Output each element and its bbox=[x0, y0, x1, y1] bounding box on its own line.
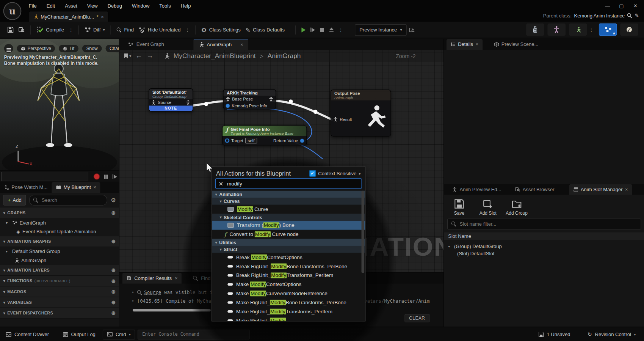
category-skeletal-controls[interactable]: ▾Skeletal Controls bbox=[212, 214, 365, 220]
minimize-icon[interactable]: — bbox=[600, 1, 614, 11]
asset-tab-close-icon[interactable]: × bbox=[101, 14, 104, 20]
diff-button[interactable]: Diff ▾ bbox=[82, 24, 107, 36]
class-defaults-button[interactable]: ✎ Class Defaults bbox=[243, 24, 287, 36]
bookmark-chevron-icon[interactable]: ▾ bbox=[129, 54, 131, 58]
slot-save-button[interactable]: Save bbox=[447, 199, 472, 215]
slot-name-filter[interactable] bbox=[447, 218, 641, 229]
graphs-section-header[interactable]: ▾ GRAPHS ⊕ bbox=[0, 207, 119, 218]
menu-asset[interactable]: Asset bbox=[60, 0, 82, 11]
clear-search-icon[interactable]: ✕ bbox=[218, 181, 223, 186]
action-make-rigunit-transforms[interactable]: Make RigUnit_ModifyTransforms_PerItem bbox=[212, 307, 365, 316]
tab-anim-slot-manager[interactable]: Anim Slot Manager × bbox=[569, 184, 632, 195]
tree-item-default-group[interactable]: ▾Default Shared Group bbox=[0, 247, 119, 256]
breadcrumb-leaf[interactable]: AnimGraph bbox=[268, 52, 301, 60]
menu-file[interactable]: File bbox=[24, 0, 42, 11]
lit-dropdown[interactable]: Lit bbox=[59, 45, 78, 52]
tab-compiler-results[interactable]: Compiler Results × bbox=[122, 273, 182, 283]
action-modify-curve[interactable]: Modify Curve bbox=[212, 205, 365, 214]
menu-tools[interactable]: Tools bbox=[154, 0, 175, 11]
tab-event-graph[interactable]: Event Graph bbox=[123, 39, 169, 50]
revision-control-button[interactable]: ↻ Revision Control ▾ bbox=[583, 329, 640, 339]
slot-row-group[interactable]: ▾(Group) DefaultGroup bbox=[444, 243, 644, 249]
save-button[interactable] bbox=[5, 24, 16, 36]
skeletal-mesh-mode-button[interactable] bbox=[547, 24, 566, 36]
menu-edit[interactable]: Edit bbox=[42, 0, 60, 11]
add-function-icon[interactable]: ⊕ bbox=[111, 278, 116, 284]
preview-instance-dropdown[interactable]: Preview Instance ▾ bbox=[355, 24, 406, 35]
action-partial-row[interactable]: Make RigUnit_Modify bbox=[212, 316, 365, 321]
functions-section-header[interactable]: ▾FUNCTIONS (30 OVERRIDABLE) ⊕ bbox=[0, 276, 119, 286]
maximize-icon[interactable]: ▢ bbox=[614, 1, 628, 11]
console-command-field[interactable] bbox=[138, 330, 250, 339]
variables-section-header[interactable]: ▾VARIABLES ⊕ bbox=[0, 297, 119, 308]
record-name-field[interactable] bbox=[1, 172, 88, 181]
context-sensitive-checkbox[interactable]: ✓ bbox=[309, 170, 315, 176]
add-macro-icon[interactable]: ⊕ bbox=[111, 289, 116, 295]
node-arkit-tracking[interactable]: ARKit Tracking Base Pose Kemorig Pose In… bbox=[223, 89, 276, 109]
nav-forward-icon[interactable]: → bbox=[146, 52, 153, 60]
pause-icon[interactable] bbox=[104, 174, 108, 179]
compile-options-icon[interactable]: ⋮ bbox=[67, 27, 75, 33]
add-button[interactable]: + Add bbox=[3, 195, 26, 206]
target-pin-icon[interactable] bbox=[225, 138, 229, 143]
pose-info-pin-icon[interactable] bbox=[226, 104, 230, 108]
tab-close-icon[interactable]: × bbox=[175, 275, 178, 281]
action-transform-modify-bone[interactable]: Transform (Modify) Bone bbox=[212, 221, 365, 230]
action-make-modifycontextoptions[interactable]: Make ModifyContextOptions bbox=[212, 280, 365, 289]
macros-section-header[interactable]: ▾MACROS ⊕ bbox=[0, 286, 119, 297]
nav-back-icon[interactable]: ← bbox=[135, 52, 142, 60]
category-curves[interactable]: ▾Curves bbox=[212, 198, 365, 204]
close-window-icon[interactable]: ✕ bbox=[628, 1, 642, 11]
browse-preview-button[interactable] bbox=[407, 24, 417, 36]
event-dispatchers-section-header[interactable]: ▾EVENT DISPATCHERS ⊕ bbox=[0, 308, 119, 319]
slot-name-filter-input[interactable] bbox=[459, 221, 637, 227]
blueprint-mode-button[interactable]: ★ bbox=[599, 24, 617, 36]
add-dispatcher-icon[interactable]: ⊕ bbox=[111, 310, 116, 316]
action-convert-to-modify-curve[interactable]: ƒ Convert to Modify Curve node bbox=[212, 230, 365, 239]
anim-layer-mode-button[interactable] bbox=[620, 24, 638, 36]
cmd-dropdown[interactable]: Cmd ▾ bbox=[103, 330, 135, 339]
content-drawer-button[interactable]: Content Drawer bbox=[2, 329, 53, 339]
tree-item-animgraph[interactable]: AnimGraph bbox=[0, 256, 119, 265]
menu-view[interactable]: View bbox=[82, 0, 103, 11]
console-command-input[interactable] bbox=[141, 331, 246, 337]
tab-close-icon[interactable]: × bbox=[625, 187, 628, 192]
bookmark-icon[interactable] bbox=[124, 53, 128, 58]
unsaved-button[interactable]: 1 Unsaved bbox=[534, 329, 575, 339]
horizontal-scrollbar[interactable] bbox=[133, 309, 211, 312]
edit-parent-class-icon[interactable]: ✎ bbox=[635, 13, 639, 19]
animation-mode-button[interactable] bbox=[569, 24, 587, 36]
menu-help[interactable]: Help bbox=[176, 0, 196, 11]
browse-asset-button[interactable] bbox=[16, 24, 27, 36]
blueprint-search-input[interactable] bbox=[41, 197, 103, 203]
pose-pin-icon[interactable] bbox=[226, 97, 230, 102]
pose-pin-icon[interactable] bbox=[334, 117, 338, 122]
add-anim-layer-icon[interactable]: ⊕ bbox=[111, 267, 116, 273]
tab-details[interactable]: Details × bbox=[447, 39, 483, 50]
pose-pin-icon[interactable] bbox=[269, 97, 273, 102]
tab-close-icon[interactable]: × bbox=[93, 185, 96, 190]
category-struct[interactable]: ▾Struct bbox=[212, 246, 365, 253]
tab-close-icon[interactable]: × bbox=[475, 41, 478, 47]
popup-scrollbar[interactable] bbox=[362, 191, 365, 273]
play-options-icon[interactable]: ⋮ bbox=[336, 27, 345, 33]
action-break-rigunit-transforms[interactable]: Break RigUnit_ModifyTransforms_PerItem bbox=[212, 271, 365, 280]
tab-animgraph[interactable]: AnimGraph × bbox=[194, 39, 248, 50]
tab-anim-preview-editor[interactable]: Anim Preview Ed... bbox=[448, 184, 505, 195]
slot-name-column-header[interactable]: Slot Name bbox=[444, 232, 644, 241]
show-dropdown[interactable]: Show bbox=[82, 45, 102, 52]
animation-mode-options-icon[interactable]: ⋮ bbox=[587, 27, 595, 33]
blueprint-search[interactable] bbox=[29, 195, 107, 206]
category-animation[interactable]: ▾Animation bbox=[212, 191, 365, 198]
animation-graphs-section-header[interactable]: ▾ANIMATION GRAPHS ⊕ bbox=[0, 236, 119, 247]
tab-asset-browser[interactable]: Asset Browser bbox=[511, 184, 558, 195]
add-variable-icon[interactable]: ⊕ bbox=[111, 299, 116, 305]
action-make-rigunit-bonetransforms[interactable]: Make RigUnit_ModifyBoneTransforms_PerBon… bbox=[212, 298, 365, 307]
hide-unrelated-options-icon[interactable]: ⋮ bbox=[183, 27, 192, 33]
slot-row-slot[interactable]: (Slot) DefaultSlot bbox=[444, 250, 644, 256]
node-get-final-pose-info[interactable]: ƒ Get Final Pose Info Target is Kemorig … bbox=[222, 125, 307, 145]
find-parent-class-icon[interactable] bbox=[627, 13, 632, 18]
add-graph-icon[interactable]: ⊕ bbox=[111, 210, 116, 216]
viewport-menu-button[interactable] bbox=[4, 44, 13, 53]
perspective-dropdown[interactable]: Perspective bbox=[17, 45, 55, 52]
